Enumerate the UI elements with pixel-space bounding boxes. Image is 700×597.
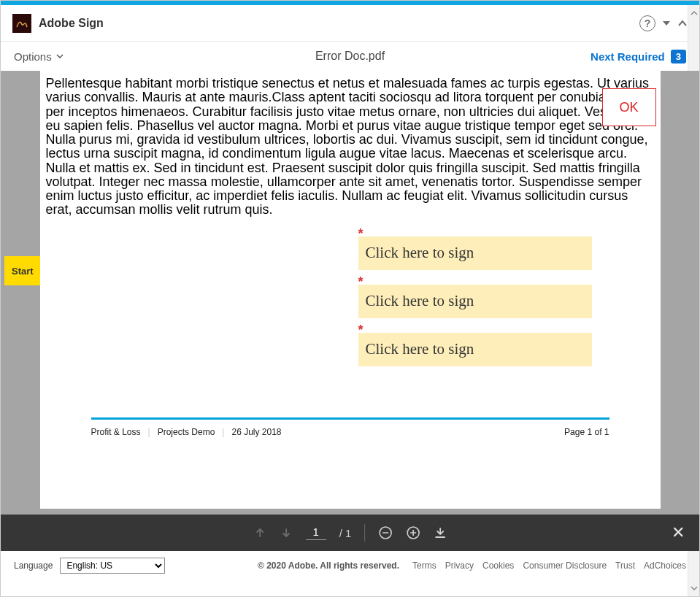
zoom-out-icon[interactable] <box>378 525 393 540</box>
app-header: Adobe Sign ? <box>1 5 699 42</box>
start-tag-label: Start <box>12 266 34 277</box>
footer-link-cookies[interactable]: Cookies <box>482 561 514 571</box>
footer-link-terms[interactable]: Terms <box>412 561 436 571</box>
pdf-controls-bar: / 1 ✕ <box>1 515 699 551</box>
app-footer: Language English: US © 2020 Adobe. All r… <box>1 551 699 580</box>
footer-link-consumer-disclosure[interactable]: Consumer Disclosure <box>523 561 607 571</box>
language-label: Language <box>14 561 53 571</box>
signature-field[interactable]: * Click here to sign <box>358 285 661 318</box>
start-tag[interactable]: Start <box>4 256 41 285</box>
options-label: Options <box>14 50 52 63</box>
zoom-in-icon[interactable] <box>406 525 420 540</box>
page-down-icon[interactable] <box>280 526 293 539</box>
required-star-icon: * <box>358 226 364 242</box>
document-body-text: Pellentesque habitant morbi tristique se… <box>40 77 661 217</box>
signature-placeholder[interactable]: Click here to sign <box>358 285 592 318</box>
page-total-label: / 1 <box>339 527 352 539</box>
page-total-value: 1 <box>345 527 351 539</box>
footer-section: Profit & Loss <box>91 427 141 437</box>
app-name: Adobe Sign <box>39 17 104 30</box>
chevron-up-icon[interactable] <box>691 9 698 17</box>
document-viewport: Start Pellentesque habitant morbi tristi… <box>1 71 699 515</box>
separator-icon: | <box>148 427 150 437</box>
toolbar: Options Error Doc.pdf Next Required 3 <box>1 42 699 71</box>
signature-placeholder[interactable]: Click here to sign <box>358 236 592 270</box>
footer-page-label: Page 1 of 1 <box>564 427 609 437</box>
footer-link-privacy[interactable]: Privacy <box>445 561 474 571</box>
ok-button[interactable]: OK <box>602 88 656 126</box>
options-dropdown[interactable]: Options <box>14 50 64 63</box>
next-required-count-badge: 3 <box>671 50 686 63</box>
download-icon[interactable] <box>434 526 447 539</box>
brand: Adobe Sign <box>12 14 104 33</box>
pdf-page: Pellentesque habitant morbi tristique se… <box>40 71 661 509</box>
separator-icon: | <box>222 427 224 437</box>
chevron-down-icon <box>56 53 64 60</box>
footer-project: Projects Demo <box>158 427 215 437</box>
page-number-input[interactable] <box>306 525 326 540</box>
next-required-button[interactable]: Next Required 3 <box>591 50 686 63</box>
language-select[interactable]: English: US <box>60 558 165 574</box>
document-title: Error Doc.pdf <box>315 50 385 63</box>
copyright-text: © 2020 Adobe. All rights reserved. <box>258 561 399 571</box>
required-star-icon: * <box>358 323 364 338</box>
page-footer: Profit & Loss | Projects Demo | 26 July … <box>40 420 661 444</box>
adobe-sign-logo-icon <box>12 14 31 33</box>
signature-field[interactable]: * Click here to sign <box>358 236 661 270</box>
page-up-icon[interactable] <box>253 526 266 539</box>
required-star-icon: * <box>358 274 364 290</box>
footer-date: 26 July 2018 <box>231 427 281 437</box>
next-required-label: Next Required <box>591 50 665 63</box>
chevron-down-icon[interactable] <box>691 585 698 592</box>
footer-link-adchoices[interactable]: AdChoices <box>644 561 686 571</box>
footer-link-trust[interactable]: Trust <box>615 561 635 571</box>
signature-field[interactable]: * Click here to sign <box>358 333 661 366</box>
help-icon[interactable]: ? <box>639 15 655 31</box>
signature-placeholder[interactable]: Click here to sign <box>358 333 592 366</box>
close-controls-icon[interactable]: ✕ <box>672 523 685 542</box>
chevron-up-icon[interactable] <box>677 18 688 28</box>
header-menu-dropdown-icon[interactable] <box>663 21 670 26</box>
ok-label: OK <box>619 100 638 115</box>
divider <box>364 524 365 542</box>
